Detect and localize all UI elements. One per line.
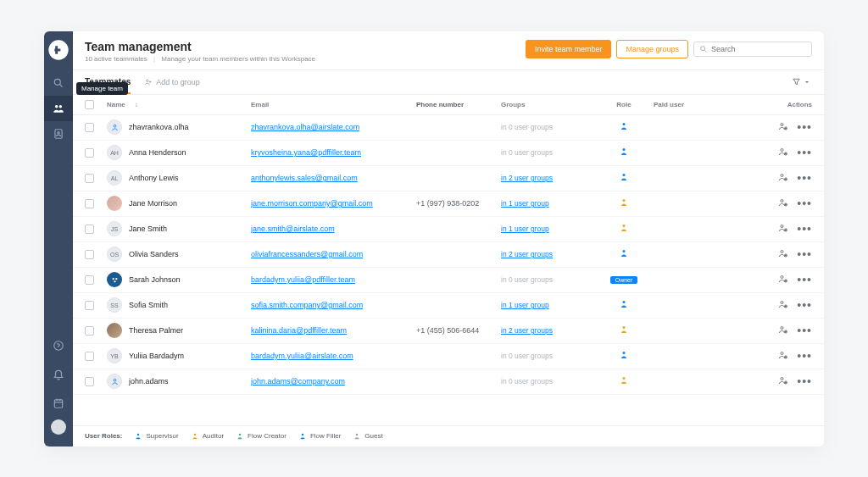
col-name[interactable]: Name [107,101,125,108]
user-edit-icon[interactable] [778,375,788,387]
col-email[interactable]: Email [251,101,416,108]
svg-point-48 [114,379,116,381]
sidebar-calendar-icon[interactable] [44,391,73,416]
svg-point-17 [781,124,783,126]
invite-button[interactable]: Invite team member [526,40,612,58]
groups-link[interactable]: in 2 user groups [501,326,553,335]
row-checkbox[interactable] [85,275,94,285]
row-menu-icon[interactable]: ••• [797,172,812,184]
table-row: SSSofia Smith sofia.smith.company@gmail.… [73,293,824,319]
row-checkbox[interactable] [85,123,94,132]
sidebar-contacts-icon[interactable] [44,121,73,147]
row-menu-icon[interactable]: ••• [797,197,812,209]
col-role[interactable]: Role [594,101,654,108]
svg-point-35 [115,277,117,279]
user-edit-icon[interactable] [778,223,788,235]
user-edit-icon[interactable] [778,121,788,133]
email-link[interactable]: oliviafrancessanders@gmail.com [251,250,363,258]
select-all-checkbox[interactable] [85,100,94,109]
col-groups[interactable]: Groups [501,101,594,108]
filter-dropdown[interactable] [792,77,812,86]
groups-link[interactable]: in 1 user group [501,225,549,233]
search-box[interactable] [693,42,812,57]
svg-point-49 [623,377,626,380]
svg-rect-8 [54,399,62,407]
row-menu-icon[interactable]: ••• [797,147,812,158]
avatar [107,323,122,338]
row-checkbox[interactable] [85,174,94,183]
app-logo-icon [47,38,70,62]
avatar [107,196,122,211]
row-name: Sofia Smith [129,301,168,309]
row-menu-icon[interactable]: ••• [797,324,812,336]
email-link[interactable]: jane.smith@airslate.com [251,225,335,233]
col-phone[interactable]: Phone number [416,101,501,108]
sidebar-help-icon[interactable] [44,333,73,358]
email-link[interactable]: john.adams@company.com [251,377,345,385]
row-menu-icon[interactable]: ••• [797,350,812,362]
row-name: Jane Smith [129,225,167,233]
groups-link[interactable]: in 1 user group [501,301,549,309]
auditor-icon [191,432,199,441]
row-checkbox[interactable] [85,326,94,336]
email-link[interactable]: bardadym.yuliia@airslate.com [251,352,353,360]
col-actions: Actions [713,101,812,108]
filter-icon [792,77,801,86]
user-edit-icon[interactable] [778,248,788,260]
row-checkbox[interactable] [85,250,94,259]
row-name: Anthony Lewis [129,174,179,182]
sidebar-search-icon[interactable] [44,70,73,96]
user-edit-icon[interactable] [778,172,788,184]
groups-link[interactable]: in 1 user group [501,199,549,208]
row-menu-icon[interactable]: ••• [797,223,812,235]
svg-point-26 [781,200,783,202]
row-menu-icon[interactable]: ••• [797,375,812,387]
row-checkbox[interactable] [85,199,94,208]
row-checkbox[interactable] [85,352,94,361]
user-edit-icon[interactable] [778,147,788,158]
add-to-group-action[interactable]: Add to group [144,78,200,86]
manage-groups-button[interactable]: Manage groups [616,40,688,58]
groups-link[interactable]: in 2 user groups [501,174,553,182]
sidebar-team-icon[interactable] [44,96,73,121]
legend-label: User Roles: [85,432,122,440]
email-link[interactable]: kryvosheina.yana@pdffiller.team [251,148,361,157]
user-edit-icon[interactable] [778,350,788,362]
sub-desc: Manage your team members within this Wor… [161,55,315,63]
svg-line-13 [704,50,706,52]
row-menu-icon[interactable]: ••• [797,121,812,133]
row-checkbox[interactable] [85,301,94,310]
user-edit-icon[interactable] [778,274,788,286]
svg-point-22 [623,174,626,176]
sidebar-avatar[interactable] [51,419,66,435]
col-paid[interactable]: Paid user [654,101,713,108]
user-edit-icon[interactable] [778,197,788,209]
sidebar-bell-icon[interactable] [44,362,73,387]
groups-link[interactable]: in 2 user groups [501,250,553,258]
table-row: YBYuliia Bardadym bardadym.yuliia@airsla… [73,344,824,369]
email-link[interactable]: sofia.smith.company@gmail.com [251,301,363,309]
sidebar: Manage team [44,31,73,446]
flow-filler-icon [298,432,307,441]
email-link[interactable]: zhavrankova.olha@airslate.com [251,123,359,131]
svg-point-14 [147,80,149,82]
role-icon [619,223,629,235]
svg-point-36 [114,280,115,282]
search-input[interactable] [711,45,806,53]
user-edit-icon[interactable] [778,299,788,311]
groups-text: in 0 user groups [501,275,553,284]
svg-point-25 [623,199,626,202]
email-link[interactable]: bardadym.yuliia@pdffiller.team [251,275,355,284]
email-link[interactable]: jane.morrison.company@gmail.com [251,199,373,208]
user-edit-icon[interactable] [778,324,788,336]
email-link[interactable]: anthonylewis.sales@gmail.com [251,174,358,182]
row-checkbox[interactable] [85,148,94,158]
row-menu-icon[interactable]: ••• [797,274,812,286]
role-icon [619,350,629,362]
row-checkbox[interactable] [85,225,94,234]
email-link[interactable]: kalinina.daria@pdffiller.team [251,326,347,335]
role-icon [619,299,629,311]
row-menu-icon[interactable]: ••• [797,248,812,260]
row-checkbox[interactable] [85,377,94,386]
row-menu-icon[interactable]: ••• [797,299,812,311]
